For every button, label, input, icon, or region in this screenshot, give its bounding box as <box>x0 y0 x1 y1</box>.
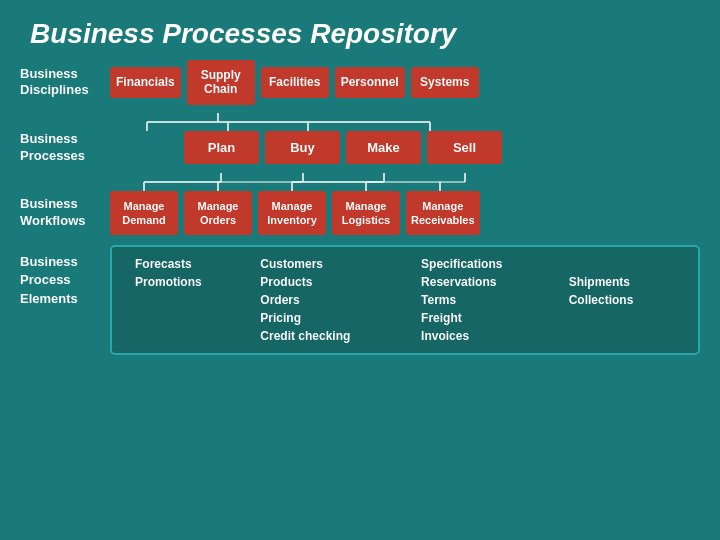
el-terms: Terms <box>413 291 561 309</box>
workflows-row: BusinessWorkflows ManageDemand ManageOrd… <box>20 191 700 236</box>
el-credit-checking: Credit checking <box>252 327 413 345</box>
el-empty6 <box>561 327 683 345</box>
manage-receivables-box[interactable]: ManageReceivables <box>406 191 480 236</box>
process-boxes: Plan Buy Make Sell <box>110 131 700 165</box>
systems-box[interactable]: Systems <box>411 67 479 97</box>
elements-table: Forecasts Customers Specifications Promo… <box>127 255 683 345</box>
elements-content: Forecasts Customers Specifications Promo… <box>110 245 700 355</box>
el-specifications: Specifications <box>413 255 561 273</box>
manage-logistics-box[interactable]: ManageLogistics <box>332 191 400 236</box>
discipline-boxes: Financials SupplyChain Facilities Person… <box>110 60 700 105</box>
connector-svg-1 <box>110 113 690 131</box>
el-forecasts: Forecasts <box>127 255 252 273</box>
financials-box[interactable]: Financials <box>110 67 181 97</box>
elements-area: BusinessProcessElements Forecasts Custom… <box>20 245 700 355</box>
el-products: Products <box>252 273 413 291</box>
connector-disc-proc <box>110 113 700 131</box>
el-reservations: Reservations <box>413 273 561 291</box>
manage-orders-box[interactable]: ManageOrders <box>184 191 252 236</box>
el-promotions: Promotions <box>127 273 252 291</box>
plan-box[interactable]: Plan <box>184 131 259 165</box>
sell-box[interactable]: Sell <box>427 131 502 165</box>
el-collections: Collections <box>561 291 683 309</box>
el-empty5 <box>127 327 252 345</box>
workflows-label: BusinessWorkflows <box>20 196 110 230</box>
workflow-boxes: ManageDemand ManageOrders ManageInventor… <box>110 191 700 236</box>
el-pricing: Pricing <box>252 309 413 327</box>
el-orders: Orders <box>252 291 413 309</box>
el-empty4 <box>561 309 683 327</box>
manage-demand-box[interactable]: ManageDemand <box>110 191 178 236</box>
disciplines-label: BusinessDisciplines <box>20 66 110 100</box>
el-empty2 <box>127 291 252 309</box>
page-title: Business Processes Repository <box>0 0 720 60</box>
supply-chain-box[interactable]: SupplyChain <box>187 60 255 105</box>
el-customers: Customers <box>252 255 413 273</box>
el-freight: Freight <box>413 309 561 327</box>
processes-row: BusinessProcesses Plan Buy Make Sell <box>20 131 700 165</box>
processes-label: BusinessProcesses <box>20 131 110 165</box>
elements-label: BusinessProcessElements <box>20 245 110 308</box>
el-invoices: Invoices <box>413 327 561 345</box>
connector-proc-wf <box>110 173 700 191</box>
facilities-box[interactable]: Facilities <box>261 67 329 97</box>
el-shipments: Shipments <box>561 273 683 291</box>
connector-svg-2 <box>110 173 710 191</box>
disciplines-row: BusinessDisciplines Financials SupplyCha… <box>20 60 700 105</box>
make-box[interactable]: Make <box>346 131 421 165</box>
personnel-box[interactable]: Personnel <box>335 67 405 97</box>
buy-box[interactable]: Buy <box>265 131 340 165</box>
manage-inventory-box[interactable]: ManageInventory <box>258 191 326 236</box>
el-empty3 <box>127 309 252 327</box>
el-empty1 <box>561 255 683 273</box>
